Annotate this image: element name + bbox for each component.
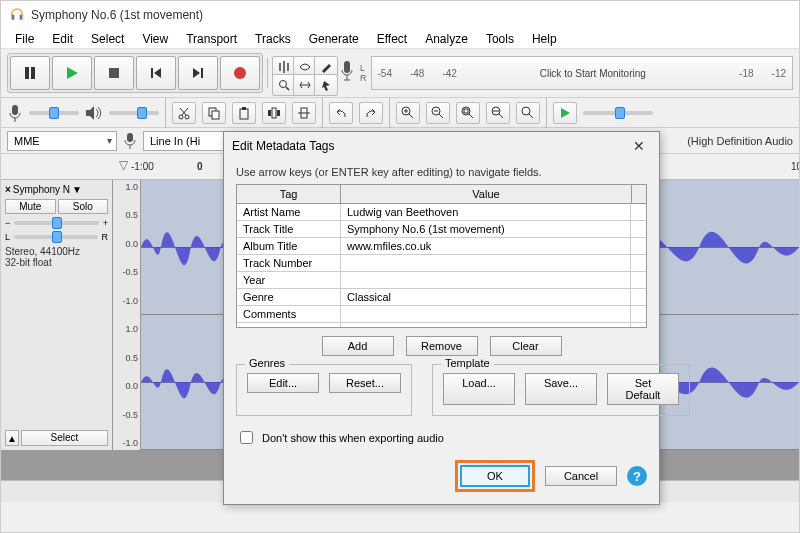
mic-icon — [338, 58, 356, 88]
skip-end-button[interactable] — [178, 56, 218, 90]
value-cell[interactable]: Symphony No.6 (1st movement) — [341, 221, 631, 237]
zoom-in-icon[interactable] — [396, 102, 420, 124]
table-row[interactable] — [237, 323, 646, 327]
pan-slider[interactable] — [14, 235, 97, 239]
menu-generate[interactable]: Generate — [301, 30, 367, 48]
dialog-close-button[interactable]: ✕ — [627, 136, 651, 156]
value-cell[interactable] — [341, 306, 631, 322]
track-menu-chevron-icon[interactable]: ▼ — [72, 184, 82, 195]
value-cell[interactable] — [341, 255, 631, 271]
tag-cell[interactable]: Comments — [237, 306, 341, 322]
help-button[interactable]: ? — [627, 466, 647, 486]
trim-icon[interactable] — [262, 102, 286, 124]
audio-host-combo[interactable]: MME — [7, 131, 117, 151]
collapse-button[interactable]: ▲ — [5, 430, 19, 446]
meter-tick: -48 — [410, 68, 424, 79]
menu-tools[interactable]: Tools — [478, 30, 522, 48]
skip-start-button[interactable] — [136, 56, 176, 90]
play-at-speed-icon[interactable] — [553, 102, 577, 124]
tag-cell[interactable]: Year — [237, 272, 341, 288]
template-load-button[interactable]: Load... — [443, 373, 515, 405]
divider — [267, 58, 268, 88]
svg-rect-3 — [31, 67, 35, 79]
tag-cell[interactable]: Album Title — [237, 238, 341, 254]
redo-icon[interactable] — [359, 102, 383, 124]
track-name[interactable]: Symphony N — [13, 184, 70, 195]
meter-hint: Click to Start Monitoring — [540, 68, 646, 79]
clear-button[interactable]: Clear — [490, 336, 562, 356]
play-volume-slider[interactable] — [109, 111, 159, 115]
window-title: Symphony No.6 (1st movement) — [31, 8, 203, 22]
ok-button[interactable]: OK — [460, 465, 530, 487]
stop-button[interactable] — [94, 56, 134, 90]
tools-grid — [272, 56, 334, 91]
tag-cell[interactable]: Track Title — [237, 221, 341, 237]
multi-tool-icon[interactable] — [314, 74, 338, 96]
track-select-button[interactable]: Select — [21, 430, 108, 446]
play-speed-slider[interactable] — [583, 111, 653, 115]
remove-button[interactable]: Remove — [406, 336, 478, 356]
silence-icon[interactable] — [292, 102, 316, 124]
table-row[interactable]: Track Number — [237, 255, 646, 272]
track-close-button[interactable]: × — [5, 184, 11, 195]
table-row[interactable]: Track TitleSymphony No.6 (1st movement) — [237, 221, 646, 238]
svg-marker-13 — [322, 81, 330, 91]
menu-help[interactable]: Help — [524, 30, 565, 48]
mute-button[interactable]: Mute — [5, 199, 56, 214]
tag-cell[interactable]: Genre — [237, 289, 341, 305]
zoom-toggle-icon[interactable] — [516, 102, 540, 124]
tag-cell[interactable]: Track Number — [237, 255, 341, 271]
table-row[interactable]: Year — [237, 272, 646, 289]
tag-cell[interactable]: Artist Name — [237, 204, 341, 220]
genres-reset-button[interactable]: Reset... — [329, 373, 401, 393]
table-row[interactable]: Artist NameLudwig van Beethoven — [237, 204, 646, 221]
value-cell[interactable]: Classical — [341, 289, 631, 305]
zoom-out-icon[interactable] — [426, 102, 450, 124]
rec-volume-slider[interactable] — [29, 111, 79, 115]
timeline-tick: -1:00 — [131, 161, 197, 172]
menu-analyze[interactable]: Analyze — [417, 30, 476, 48]
play-button[interactable] — [52, 56, 92, 90]
meter-l: L — [360, 63, 367, 73]
fit-selection-icon[interactable] — [456, 102, 480, 124]
gain-slider[interactable] — [14, 221, 98, 225]
dont-show-checkbox[interactable] — [240, 431, 253, 444]
pause-button[interactable] — [10, 56, 50, 90]
record-button[interactable] — [220, 56, 260, 90]
undo-icon[interactable] — [329, 102, 353, 124]
genres-edit-button[interactable]: Edit... — [247, 373, 319, 393]
menu-transport[interactable]: Transport — [178, 30, 245, 48]
menu-tracks[interactable]: Tracks — [247, 30, 299, 48]
recording-meter[interactable]: -54 -48 -42 Click to Start Monitoring -1… — [371, 56, 794, 90]
add-button[interactable]: Add — [322, 336, 394, 356]
paste-icon[interactable] — [232, 102, 256, 124]
cut-icon[interactable] — [172, 102, 196, 124]
value-cell[interactable]: www.mfiles.co.uk — [341, 238, 631, 254]
svg-rect-22 — [242, 107, 246, 110]
value-cell[interactable] — [341, 323, 631, 327]
menu-file[interactable]: File — [7, 30, 42, 48]
svg-rect-21 — [240, 109, 248, 119]
playhead-icon[interactable]: ▽ — [119, 158, 128, 172]
cancel-button[interactable]: Cancel — [545, 466, 617, 486]
app-icon — [9, 7, 25, 23]
fit-project-icon[interactable] — [486, 102, 510, 124]
solo-button[interactable]: Solo — [58, 199, 109, 214]
menu-effect[interactable]: Effect — [369, 30, 415, 48]
value-cell[interactable]: Ludwig van Beethoven — [341, 204, 631, 220]
template-group: Template Load... Save... Set Default — [432, 364, 690, 416]
gain-plus: + — [103, 218, 108, 228]
titlebar: Symphony No.6 (1st movement) — [1, 1, 799, 29]
template-save-button[interactable]: Save... — [525, 373, 597, 405]
table-row[interactable]: Album Titlewww.mfiles.co.uk — [237, 238, 646, 255]
table-row[interactable]: GenreClassical — [237, 289, 646, 306]
menu-view[interactable]: View — [134, 30, 176, 48]
svg-rect-2 — [25, 67, 29, 79]
tag-cell[interactable] — [237, 323, 341, 327]
template-setdefault-button[interactable]: Set Default — [607, 373, 679, 405]
value-cell[interactable] — [341, 272, 631, 288]
copy-icon[interactable] — [202, 102, 226, 124]
menu-select[interactable]: Select — [83, 30, 132, 48]
table-row[interactable]: Comments — [237, 306, 646, 323]
menu-edit[interactable]: Edit — [44, 30, 81, 48]
